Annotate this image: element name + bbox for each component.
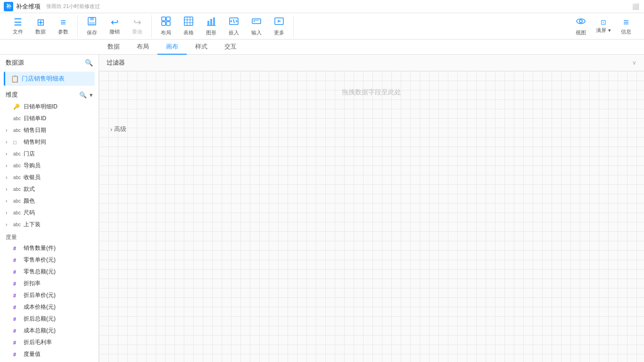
measure-label-retail-price: 零售单价(元) [24,256,56,264]
toolbar-group-view: 视图 ⊡ 满屏 ▾ ≡ 信息 [567,15,640,38]
measure-item-discounted-price[interactable]: # 折后单价(元) [0,289,99,301]
data-button[interactable]: ⊞ 数据 [30,15,51,38]
dimensions-actions: 🔍 ▾ [79,91,93,99]
embed-button[interactable]: 嵌入 [223,15,244,38]
main-layout: 数据源 🔍 📋 门店销售明细表 维度 🔍 ▾ 🔑 日销单明细ID abc [0,55,644,362]
info-icon: ≡ [623,17,629,27]
measure-icon-10: # [13,352,21,357]
filter-expand-icon[interactable]: ∨ [632,59,636,66]
expand-icon-2: › [6,140,10,145]
tab-canvas[interactable]: 画布 [157,40,187,55]
datasource-item[interactable]: 📋 门店销售明细表 [4,72,95,86]
dim-item-color[interactable]: › abc 颜色 [0,195,99,207]
measure-label-measure-val: 度量值 [24,350,41,358]
measure-item-cost-price[interactable]: # 成本价格(元) [0,301,99,313]
chart-label: 图形 [206,29,216,36]
advanced-toggle[interactable]: › 高级 [110,125,205,133]
measure-item-measure-val[interactable]: # 度量值 [0,348,99,360]
measure-item-cost-total[interactable]: # 成本总额(元) [0,325,99,337]
advanced-label: 高级 [114,125,126,133]
measure-item-gross-margin[interactable]: # 折后毛利率 [0,337,99,348]
dim-item-guide[interactable]: › abc 导购员 [0,160,99,172]
layout-button[interactable]: 布局 [156,15,176,38]
chart-button[interactable]: 图形 [201,15,222,38]
toolbar-group-edit: 保存 ↩ 撤销 ↪ 重做 [78,15,152,38]
tab-style[interactable]: 样式 [187,40,216,55]
toolbar-group-insert: 布局 表格 [152,15,294,38]
measure-item-retail-total[interactable]: # 零售总额(元) [0,266,99,278]
svg-rect-3 [162,17,165,21]
tab-layout[interactable]: 布局 [128,40,157,55]
toolbar: ☰ 文件 ⊞ 数据 ≡ 参数 保存 ↩ 撤销 ↪ [0,13,644,40]
advanced-section: › 高级 [110,125,205,133]
input-button[interactable]: 输入 [246,15,267,38]
expand-icon-7: › [6,198,10,204]
toolbar-group-file: ☰ 文件 ⊞ 数据 ≡ 参数 [4,15,78,38]
undo-icon: ↩ [111,17,119,27]
measure-item-row-count[interactable]: # 行数 [0,360,99,362]
dim-item-cashier[interactable]: › abc 收银员 [0,172,99,183]
view-icon [576,16,586,28]
dim-item-size[interactable]: › abc 尺码 [0,207,99,219]
input-label: 输入 [251,29,262,36]
dim-label-sales-time: 销售时间 [24,138,46,146]
svg-rect-14 [213,17,215,25]
svg-rect-6 [166,22,170,25]
datasource-icon: 📋 [11,75,19,82]
dimensions-label: 维度 [6,90,18,99]
abc-icon-7: abc [13,198,21,204]
app-logo: 补 [4,2,13,11]
canvas-area: 过滤器 ∨ 拖拽数据字段至此处 › 高级 [99,55,644,362]
expand-icon-3: › [6,151,10,156]
params-button[interactable]: ≡ 参数 [53,15,74,38]
advanced-expand-icon: › [110,126,112,133]
info-button[interactable]: ≡ 信息 [616,15,636,38]
measure-item-sales-qty[interactable]: # 销售数量(件) [0,242,99,254]
svg-point-24 [579,20,582,23]
measure-item-discounted-total[interactable]: # 折后总额(元) [0,313,99,325]
measure-icon-7: # [13,316,21,322]
dim-item-updown[interactable]: › abc 上下装 [0,219,99,230]
tab-interaction[interactable]: 交互 [216,40,245,55]
dim-item-style[interactable]: › abc 款式 [0,183,99,195]
dim-item-daily-id[interactable]: 🔑 日销单明细ID [0,101,99,113]
measure-item-discount-rate[interactable]: # 折扣率 [0,278,99,289]
dim-item-store[interactable]: › abc 门店 [0,148,99,160]
redo-button[interactable]: ↪ 重做 [127,15,148,38]
dim-item-sales-time[interactable]: › □ 销售时间 [0,136,99,148]
measure-icon-3: # [13,269,21,275]
dim-label-sales-date: 销售日期 [24,126,46,134]
more-button[interactable]: 更多 [269,15,289,38]
maximize-button[interactable]: ⬜ [631,2,640,11]
datasource-name: 门店销售明细表 [22,74,65,83]
dim-item-sales-date[interactable]: › abc 销售日期 [0,124,99,136]
dimensions-header: 维度 🔍 ▾ [0,87,99,101]
layout-icon [161,16,171,28]
expand-icon: › [6,128,10,133]
dimensions-expand-icon[interactable]: ▾ [90,91,93,99]
measure-item-retail-price[interactable]: # 零售单价(元) [0,254,99,266]
more-label: 更多 [274,29,284,36]
save-icon [87,16,97,28]
dim-item-daily-order-id[interactable]: abc 日销单ID [0,113,99,124]
drop-hint: 拖拽数据字段至此处 [342,88,401,97]
save-label: 保存 [87,29,97,36]
measure-icon-9: # [13,340,21,346]
svg-rect-5 [162,22,165,25]
abc-icon-4: abc [13,163,21,168]
save-button[interactable]: 保存 [82,15,102,38]
view-button[interactable]: 视图 [570,15,591,38]
dimensions-search-icon[interactable]: 🔍 [79,91,87,99]
datasource-search-icon[interactable]: 🔍 [85,59,93,66]
tab-data[interactable]: 数据 [99,40,128,55]
last-modified: 张雨欣 21小时前修改过 [46,3,100,10]
zoom-button[interactable]: ⊡ 满屏 ▾ [593,15,614,38]
menu-button[interactable]: ☰ 文件 [8,15,28,38]
measure-icon-1: # [13,246,21,251]
measure-icon-5: # [13,293,21,298]
data-label: 数据 [35,28,46,35]
measure-label-discounted-price: 折后单价(元) [24,291,56,299]
table-button[interactable]: 表格 [178,15,199,38]
undo-button[interactable]: ↩ 撤销 [104,15,125,38]
view-label: 视图 [576,29,586,36]
